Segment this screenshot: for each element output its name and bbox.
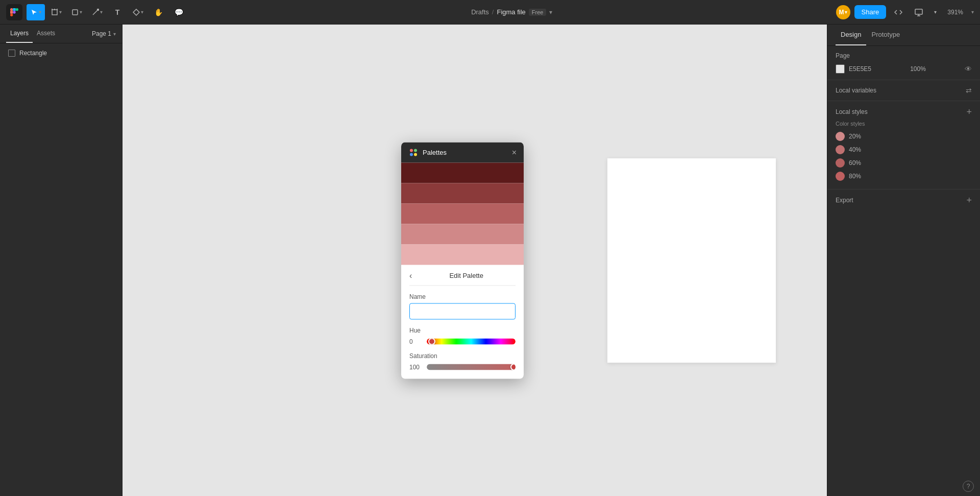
text-tool[interactable]: T — [108, 4, 127, 20]
svg-rect-12 — [915, 9, 922, 14]
zoom-level[interactable]: 391% — [943, 7, 967, 18]
local-styles-label: Local styles — [836, 108, 868, 115]
color-styles-section: Color styles 20% 40% 60% — [827, 121, 980, 189]
plugin-title-row: Palettes — [408, 147, 447, 157]
hue-thumb[interactable] — [428, 338, 435, 344]
color-style-item-4[interactable]: 80% — [836, 170, 972, 183]
components-tool-chevron: ▾ — [141, 9, 143, 15]
local-styles-header: Local styles + — [827, 101, 980, 121]
avatar-chevron: ▾ — [845, 10, 847, 15]
plugin-title: Palettes — [423, 149, 447, 156]
page-section-header: Page — [836, 52, 972, 59]
tab-assets[interactable]: Assets — [33, 25, 59, 43]
figma-logo[interactable] — [6, 4, 22, 20]
canvas-rectangle — [607, 158, 776, 363]
comment-tool[interactable]: 💬 — [169, 4, 188, 20]
tab-layers[interactable]: Layers — [6, 25, 33, 43]
right-panel: Design Prototype Page E5E5E5 100% 👁 Loca… — [827, 25, 980, 496]
saturation-slider[interactable] — [427, 364, 516, 370]
main-area: Layers Assets Page 1 ▾ Rectangle — [0, 25, 980, 496]
saturation-section: Saturation 100 — [409, 352, 516, 370]
saturation-thumb[interactable] — [510, 364, 516, 370]
color-dot-4 — [836, 172, 845, 181]
name-input[interactable] — [409, 303, 516, 319]
right-panel-content: Page E5E5E5 100% 👁 Local variables ⇄ Loc… — [827, 46, 980, 477]
swatch-5 — [401, 244, 524, 265]
dropdown-chevron-icon[interactable]: ▾ — [549, 9, 552, 16]
visibility-icon[interactable]: 👁 — [965, 65, 972, 73]
color-style-item-3[interactable]: 60% — [836, 156, 972, 170]
svg-point-17 — [410, 153, 413, 156]
toolbar-center: Drafts / Figma file Free ▾ — [190, 8, 834, 16]
present-chevron-button[interactable]: ▾ — [931, 4, 939, 20]
frame-tool[interactable]: ▾ — [47, 4, 65, 20]
hue-value: 0 — [409, 338, 422, 345]
plugin-header: Palettes × — [401, 142, 524, 162]
svg-rect-1 — [13, 8, 15, 11]
tool-group-move: ▾ — [27, 4, 45, 20]
move-tool[interactable]: ▾ — [27, 4, 45, 20]
color-style-name-1: 20% — [849, 133, 861, 140]
local-variables-label: Local variables — [836, 87, 876, 94]
list-item[interactable]: Rectangle — [0, 48, 122, 59]
share-button[interactable]: Share — [854, 5, 887, 19]
color-style-name-3: 60% — [849, 159, 861, 167]
layer-name: Rectangle — [19, 50, 47, 57]
tab-design[interactable]: Design — [836, 25, 866, 45]
edit-palette-title: Edit Palette — [417, 272, 516, 279]
color-style-item-2[interactable]: 40% — [836, 143, 972, 156]
pen-tool-chevron: ▾ — [100, 9, 103, 15]
svg-point-15 — [410, 149, 413, 152]
edit-palette-section: ‹ Edit Palette Name Hue 0 — [401, 265, 524, 379]
zoom-chevron-icon[interactable]: ▾ — [971, 9, 974, 15]
swatch-1 — [401, 162, 524, 183]
color-style-name-2: 40% — [849, 146, 861, 153]
code-view-button[interactable] — [890, 4, 906, 20]
plugin-dialog: Palettes × ‹ Edit Palette — [401, 142, 524, 379]
svg-point-16 — [414, 149, 417, 152]
color-style-item-1[interactable]: 20% — [836, 130, 972, 143]
page-dropdown-icon: ▾ — [113, 31, 116, 37]
color-dot-2 — [836, 145, 845, 154]
saturation-label: Saturation — [409, 352, 516, 359]
help-button[interactable]: ? — [963, 481, 974, 492]
swatch-4 — [401, 224, 524, 244]
color-style-name-4: 80% — [849, 173, 861, 180]
color-swatches — [401, 162, 524, 265]
local-variables-settings-icon[interactable]: ⇄ — [966, 86, 972, 95]
saturation-value: 100 — [409, 363, 422, 370]
avatar[interactable]: M ▾ — [836, 5, 850, 19]
breadcrumb-filename[interactable]: Figma file — [497, 8, 525, 16]
local-styles-section: Local styles + Color styles 20% 40% — [827, 101, 980, 190]
hue-slider[interactable] — [427, 338, 516, 344]
page-selector[interactable]: Page 1 ▾ — [92, 30, 116, 37]
export-section: Export + — [827, 190, 980, 211]
free-badge: Free — [529, 9, 547, 16]
hue-slider-row: 0 — [409, 338, 516, 345]
export-add-button[interactable]: + — [966, 196, 972, 205]
breadcrumb: Drafts / Figma file Free ▾ — [471, 8, 552, 16]
edit-header: ‹ Edit Palette — [409, 265, 516, 286]
layers-panel: Rectangle — [0, 43, 122, 496]
page-opacity[interactable]: 100% — [910, 65, 926, 73]
back-button[interactable]: ‹ — [409, 271, 412, 280]
rectangle-icon — [8, 50, 15, 57]
right-panel-tabs: Design Prototype — [827, 25, 980, 46]
hand-tool[interactable]: ✋ — [149, 4, 167, 20]
tab-prototype[interactable]: Prototype — [866, 25, 905, 45]
pen-tool[interactable]: ▾ — [88, 4, 106, 20]
page-color-box[interactable] — [836, 64, 845, 74]
components-tool[interactable]: ▾ — [129, 4, 147, 20]
hue-track — [427, 338, 516, 344]
swatch-3 — [401, 203, 524, 224]
help-section: ? — [827, 477, 980, 496]
close-button[interactable]: × — [512, 148, 517, 156]
breadcrumb-drafts[interactable]: Drafts — [471, 8, 489, 16]
saturation-slider-row: 100 — [409, 363, 516, 370]
local-styles-add-button[interactable]: + — [966, 107, 972, 116]
page-section: Page E5E5E5 100% 👁 — [827, 46, 980, 80]
canvas[interactable]: Palettes × ‹ Edit Palette — [122, 25, 827, 496]
present-button[interactable] — [911, 4, 927, 20]
page-color-value[interactable]: E5E5E5 — [849, 65, 871, 73]
shapes-tool[interactable]: ▾ — [67, 4, 86, 20]
